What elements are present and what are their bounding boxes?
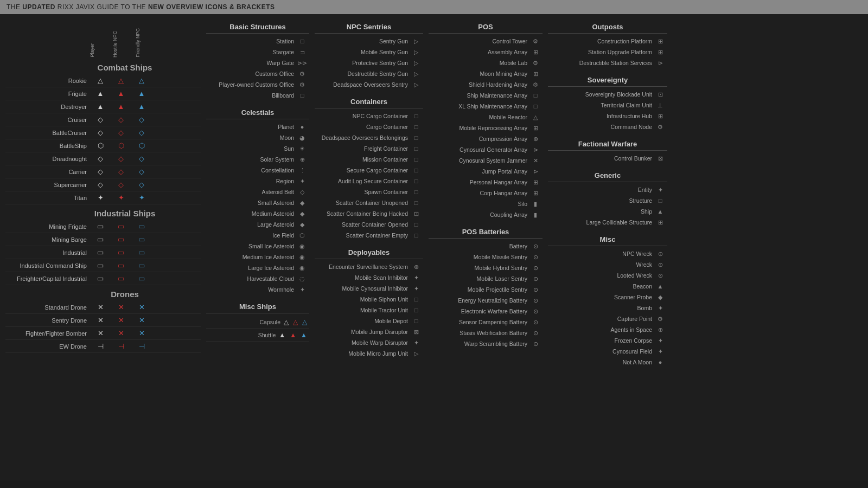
- list-item: NPC Wreck⊙: [548, 248, 667, 259]
- ship-name-cruiser: Cruiser: [5, 117, 92, 123]
- ship-row: Titan ✦ ✦ ✦: [5, 191, 201, 204]
- list-item: Mobile Depot□: [315, 316, 423, 326]
- list-item: Scatter Container Empty□: [315, 230, 423, 241]
- list-item: Medium Asteroid◆: [206, 208, 309, 219]
- list-item: Agents in Space⊕: [548, 324, 667, 335]
- list-item: Coupling Array▮: [429, 209, 542, 220]
- list-item: Mobile Sentry Gun▷: [315, 47, 423, 57]
- list-item: Personal Hangar Array⊞: [429, 177, 542, 188]
- ship-name-battlecruiser: BattleCruiser: [5, 130, 92, 136]
- list-item: Audit Log Secure Container□: [315, 176, 423, 187]
- ship-name-supercarrier: Supercarrier: [5, 182, 92, 188]
- list-item: Frozen Corpse✦: [548, 335, 667, 346]
- misc-title: Misc: [548, 232, 667, 246]
- ship-row: Standard Drone ✕ ✕ ✕: [5, 301, 201, 314]
- list-item: Beacon▲: [548, 281, 667, 292]
- ship-name-destroyer: Destroyer: [5, 104, 92, 110]
- list-item: Encounter Surveillance System⊛: [315, 261, 423, 272]
- rookie-icon-hostile: △: [113, 76, 129, 85]
- list-item: Region✦: [206, 176, 309, 187]
- ship-name-industrial: Industrial: [5, 249, 92, 256]
- list-item: Destructible Sentry Gun▷: [315, 68, 423, 79]
- list-item: Wreck⊙: [548, 259, 667, 270]
- list-item: Cynosural Generator Array⊳: [429, 144, 542, 155]
- list-item: Territorial Claim Unit⊥: [548, 100, 667, 111]
- list-item: Silo▮: [429, 198, 542, 209]
- list-item: Mobile Siphon Unit□: [315, 294, 423, 305]
- list-item: Mobile Missile Sentry⊙: [429, 252, 542, 262]
- top-bar: THE UPDATED RIXX JAVIX GUIDE TO THE NEW …: [0, 0, 868, 14]
- ship-row: Carrier ◇ ◇ ◇: [5, 165, 201, 178]
- col-header-friendly: Friendly NPC: [135, 28, 155, 57]
- ship-row: Mining Barge ▭ ▭ ▭: [5, 233, 201, 246]
- far-right-panel: Outposts Construction Platform⊞ Station …: [548, 20, 667, 475]
- list-item: Bomb✦: [548, 303, 667, 313]
- list-item: Mobile Lab⚙: [429, 57, 542, 68]
- misc-ships-title: Misc Ships: [206, 299, 309, 313]
- col-header-hostile: Hostile NPC: [112, 31, 132, 57]
- list-item: Stargate⊐: [206, 47, 309, 57]
- list-item: Large Ice Asteroid◉: [206, 262, 309, 273]
- list-item: Billboard□: [206, 90, 309, 101]
- ship-row: Freighter/Capital Industrial ▭ ▭ ▭: [5, 272, 201, 285]
- list-item: Planet●: [206, 121, 309, 132]
- ship-name-mining-barge: Mining Barge: [5, 236, 92, 243]
- ship-row: Sentry Drone ✕ ✕ ✕: [5, 314, 201, 327]
- ship-name-ew-drone: EW Drone: [5, 343, 92, 350]
- list-item: Mobile Micro Jump Unit▷: [315, 348, 423, 359]
- list-item: Mobile Cynosural Inhibitor✦: [315, 283, 423, 294]
- list-item: Corp Hangar Array⊞: [429, 188, 542, 198]
- top-bar-text2: UPDATED: [22, 3, 55, 11]
- combat-ships-header: Combat Ships: [5, 59, 201, 74]
- list-item: Jump Portal Array⊳: [429, 166, 542, 177]
- list-item: Small Asteroid◆: [206, 197, 309, 208]
- list-item: Capture Point⚙: [548, 313, 667, 324]
- list-item: Customs Office⚙: [206, 68, 309, 79]
- ship-row: Industrial ▭ ▭ ▭: [5, 246, 201, 259]
- pos-batteries-title: POS Batteries: [429, 224, 542, 239]
- list-item: Destructible Station Services⊳: [548, 57, 667, 68]
- list-item: Cargo Container□: [315, 121, 423, 132]
- list-item: Mobile Reactor△: [429, 112, 542, 123]
- list-item: Warp Gate⊳⊳: [206, 57, 309, 68]
- list-item: Moon◕: [206, 132, 309, 143]
- list-item: Player-owned Customs Office⚙: [206, 79, 309, 90]
- ship-name-freighter: Freighter/Capital Industrial: [5, 275, 92, 282]
- list-item: Spawn Container□: [315, 187, 423, 197]
- list-item: Solar System⊕: [206, 154, 309, 165]
- list-item: Mobile Reprocessing Array⊞: [429, 123, 542, 133]
- ship-name-battleship: BattleShip: [5, 143, 92, 149]
- list-item: Deadspace Overseers Sentry▷: [315, 79, 423, 90]
- list-item: Control Tower⚙: [429, 36, 542, 47]
- ship-row: Fighter/Fighter Bomber ✕ ✕ ✕: [5, 327, 201, 340]
- ship-name-carrier: Carrier: [5, 169, 92, 175]
- list-item: Not A Moon●: [548, 357, 667, 368]
- list-item: Mobile Scan Inhibitor✦: [315, 272, 423, 283]
- list-item: Battery⊙: [429, 241, 542, 252]
- list-item: Electronic Warfare Battery⊙: [429, 306, 542, 317]
- list-item: Freight Container□: [315, 143, 423, 154]
- ship-row: Capsule △ △ △: [206, 316, 309, 329]
- list-item: Sentry Gun▷: [315, 36, 423, 47]
- list-item: Large Asteroid◆: [206, 219, 309, 230]
- list-item: Secure Cargo Container□: [315, 165, 423, 176]
- list-item: Station□: [206, 36, 309, 47]
- list-item: Infrastructure Hub⊞: [548, 111, 667, 121]
- ship-row: Frigate ▲ ▲ ▲: [5, 87, 201, 100]
- ship-row: Shuttle ▲ ▲ ▲: [206, 329, 309, 342]
- ship-row: Supercarrier ◇ ◇ ◇: [5, 178, 201, 191]
- top-bar-text3: RIXX JAVIX GUIDE TO THE: [55, 3, 148, 11]
- list-item: Scanner Probe◆: [548, 292, 667, 303]
- list-item: Stasis Webification Battery⊙: [429, 328, 542, 338]
- list-item: Scatter Container Opened□: [315, 219, 423, 230]
- ship-name-fighter: Fighter/Fighter Bomber: [5, 330, 92, 337]
- ship-name-standard-drone: Standard Drone: [5, 304, 92, 311]
- factional-warfare-title: Factional Warfare: [548, 137, 667, 151]
- list-item: Compression Array⊛: [429, 133, 542, 144]
- ship-row: BattleShip ⬡ ⬡ ⬡: [5, 139, 201, 152]
- ship-name-frigate: Frigate: [5, 91, 92, 97]
- list-item: Constellation⋮: [206, 165, 309, 176]
- list-item: Asteroid Belt◇: [206, 187, 309, 197]
- list-item: Mobile Warp Disruptor✦: [315, 337, 423, 348]
- list-item: Sensor Dampening Battery⊙: [429, 317, 542, 328]
